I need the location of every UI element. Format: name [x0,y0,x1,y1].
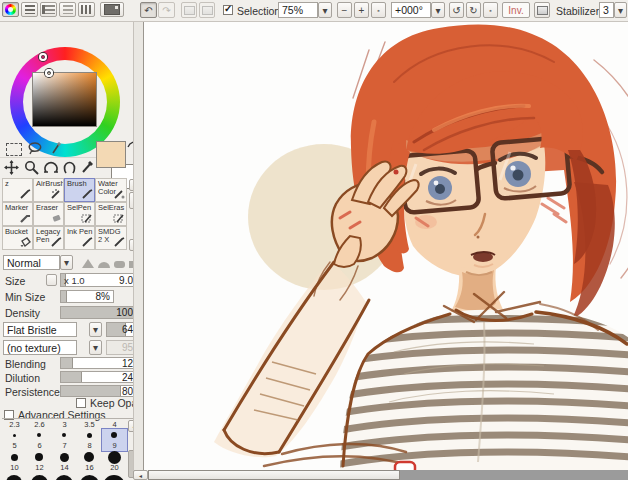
tab-color-mixer[interactable] [59,2,76,17]
stabilizer-dropdown-button[interactable]: ▾ [614,2,627,18]
keep-opacity-checkbox[interactable] [76,398,86,408]
tool-eraser[interactable]: Eraser [33,202,64,226]
rotate-cw-button[interactable]: ↻ [466,2,481,18]
blend-mode-select[interactable]: Normal [3,255,60,270]
stabilizer-value-field[interactable]: 3 [599,2,614,18]
canvas-viewport[interactable] [143,22,628,470]
chevron-down-icon: ▾ [93,342,98,353]
size-cell[interactable]: 8 [77,429,102,451]
invert-colors-button[interactable]: Inv. [502,2,530,18]
size-cell[interactable]: 14 [52,451,77,473]
undo-icon: ↶ [144,5,152,16]
size-cell[interactable]: 16 [77,451,102,473]
size-cell[interactable] [2,473,27,480]
persistence-slider[interactable]: 80 [60,385,137,397]
hscroll-left-button[interactable]: ◂ [133,470,148,480]
selection-checkbox[interactable] [223,5,233,15]
min-size-label: Min Size [5,291,45,303]
brush-shape-dropdown-button[interactable]: ▾ [89,322,102,337]
rotate-tool[interactable] [43,160,59,175]
size-unit-button[interactable] [46,274,57,286]
rotate-reset-button[interactable]: ▪ [483,2,498,18]
tool-brush[interactable]: Brush [64,178,95,202]
hue-selector[interactable] [39,53,47,61]
undo-button[interactable]: ↶ [140,2,157,18]
tool-bucket[interactable]: Bucket [2,226,33,250]
zoom-out-button[interactable]: − [337,2,352,18]
size-cell[interactable]: 3.5 [77,420,102,429]
zoom-value-field[interactable]: 75% [278,2,318,18]
rotate-ccw-icon: ↺ [452,5,460,16]
size-cell[interactable]: 6 [27,429,52,451]
tip-shape-rounded-icon[interactable] [114,261,125,268]
tab-rgb-sliders[interactable] [21,2,38,17]
tool-seleras[interactable]: SelEras [95,202,127,226]
size-cell[interactable]: 7 [52,429,77,451]
zoom-in-button[interactable]: + [354,2,369,18]
tool-watercolor[interactable]: Water Color [95,178,127,202]
move-tool[interactable] [4,160,19,175]
eyedropper-tool[interactable] [80,159,95,175]
angle-value-field[interactable]: +000° [391,2,431,18]
min-size-slider[interactable]: 8% [60,290,114,303]
zoom-dropdown-button[interactable]: ▾ [318,2,332,18]
dilution-value: 24 [122,372,133,382]
size-cell[interactable]: 10 [2,451,27,473]
brush-icon [81,188,93,200]
horizontal-scrollbar[interactable] [148,470,628,480]
hscroll-thumb[interactable] [148,470,400,480]
saturation-value-square[interactable] [32,72,97,127]
texture-select[interactable]: (no texture) [3,340,77,355]
sv-selector[interactable] [45,69,53,77]
size-cell[interactable]: 20 [102,451,127,473]
deselect-button[interactable] [181,2,197,18]
texture-dropdown-button[interactable]: ▾ [89,340,102,355]
size-cell[interactable]: 2.3 [2,420,27,429]
size-cell[interactable] [27,473,52,480]
tool-z[interactable]: z [2,178,33,202]
zoom-reset-button[interactable]: ▪ [371,2,386,18]
size-cell[interactable]: 5 [2,429,27,451]
size-cell[interactable]: 12 [27,451,52,473]
tip-shape-triangle-icon[interactable] [82,259,94,268]
tab-scratchpad[interactable] [100,2,124,17]
size-cell[interactable] [77,473,102,480]
size-cell[interactable]: 2.6 [27,420,52,429]
tab-hsv-sliders[interactable] [40,2,57,17]
rect-select-tool[interactable] [6,143,22,156]
size-cell[interactable] [52,473,77,480]
size-slider[interactable]: x 1.0 9.0 [60,273,137,287]
tool-ink-pen[interactable]: Ink Pen [64,226,95,250]
size-cell[interactable]: 3 [52,420,77,429]
magic-wand-tool[interactable] [49,140,63,155]
tip-shape-dome-icon[interactable] [98,262,110,268]
rotate-ccw-button[interactable]: ↺ [449,2,464,18]
watermark [395,462,415,470]
foreground-color-swatch[interactable] [96,141,126,168]
blend-mode-dropdown-button[interactable]: ▾ [60,255,73,270]
size-cell[interactable]: 4 [102,420,127,429]
zoom-tool[interactable] [24,160,39,175]
tool-airbrush[interactable]: AirBrush [33,178,64,202]
invert-selection-button[interactable] [199,2,215,18]
tool-marker[interactable]: Marker [2,202,33,226]
flip-horizontal-button[interactable] [534,2,550,18]
size-cell-selected[interactable]: 9 [102,429,127,451]
dilution-slider[interactable]: 24 [60,371,137,383]
blending-slider[interactable]: 12 [60,357,137,369]
angle-dropdown-button[interactable]: ▾ [431,2,445,18]
brush-shape-select[interactable]: Flat Bristle [3,322,77,337]
redo-button[interactable]: ↷ [158,2,175,18]
size-cell[interactable] [102,473,127,480]
tab-swatches[interactable] [78,2,95,17]
lasso-tool[interactable] [27,141,43,155]
left-panel: z AirBrush Brush Water Color Marker Eras… [0,22,142,480]
tab-color-wheel[interactable] [2,2,19,17]
tool-smdg2[interactable]: SMDG 2 X [95,226,127,250]
angle-value: +000° [395,4,423,16]
hand-tool[interactable] [62,160,77,175]
density-slider[interactable]: 100 [60,306,137,319]
tool-legacy-pen[interactable]: Legacy Pen [33,226,64,250]
stabilizer-label: Stabilizer [556,5,599,17]
tool-selpen[interactable]: SelPen [64,202,95,226]
